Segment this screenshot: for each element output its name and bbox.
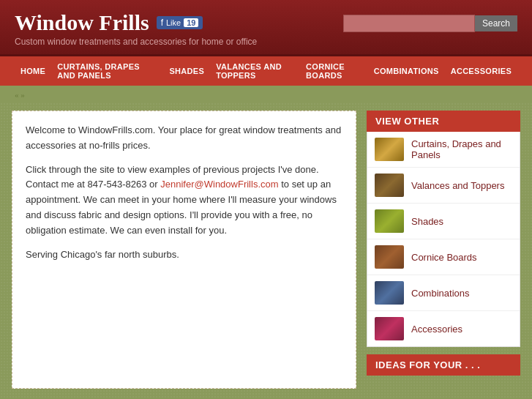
facebook-badge[interactable]: f Like 19 [157, 16, 203, 29]
search-area: Search [343, 15, 517, 32]
site-header: Window Frills f Like 19 Custom window tr… [0, 0, 532, 56]
sidebar-item-accessories[interactable]: Accessories [367, 311, 520, 346]
sidebar-item-valances[interactable]: Valances and Toppers [367, 168, 520, 204]
sidebar-item-shades[interactable]: Shades [367, 204, 520, 239]
search-input[interactable] [343, 15, 475, 32]
nav-shades[interactable]: SHADES [163, 61, 210, 81]
serving-paragraph: Serving Chicago's far north suburbs. [26, 247, 342, 263]
breadcrumb-bar: « » [0, 86, 532, 103]
intro-text: Welcome to WindowFrills.com. Your place … [26, 124, 341, 151]
main-wrapper: Welcome to WindowFrills.com. Your place … [0, 103, 532, 396]
cornice-thumbnail-img [375, 245, 404, 269]
search-button[interactable]: Search [475, 15, 517, 31]
accessories-thumbnail-img [375, 317, 404, 340]
nav-valances[interactable]: VALANCES AND TOPPERS [210, 56, 300, 86]
thumb-shades [375, 209, 404, 233]
nav-home[interactable]: HOME [15, 61, 51, 81]
shades-thumbnail-img [375, 209, 404, 233]
curtains-label: Curtains, Drapes and Panels [411, 138, 512, 160]
breadcrumb: « » [15, 90, 25, 99]
intro-paragraph: Welcome to WindowFrills.com. Your place … [26, 123, 342, 154]
nav-accessories[interactable]: ACCESSORIES [445, 61, 517, 81]
sidebar-item-cornice[interactable]: Cornice Boards [367, 239, 520, 275]
logo-area: Window Frills f Like 19 Custom window tr… [15, 10, 257, 47]
contact-email[interactable]: Jennifer@WindowFrills.com [160, 179, 278, 190]
view-other-title: VIEW OTHER [367, 111, 520, 132]
sidebar: VIEW OTHER Curtains, Drapes and Panels V… [367, 111, 520, 389]
site-name: Window Frills [15, 10, 149, 35]
thumb-cornice [375, 245, 404, 269]
curtains-thumbnail-img [375, 138, 404, 161]
nav-bar: HOME CURTAINS, DRAPES AND PANELS SHADES … [0, 56, 532, 86]
thumb-combinations [375, 281, 404, 305]
thumb-accessories [375, 317, 404, 340]
nav-cornice[interactable]: CORNICE BOARDS [300, 56, 368, 86]
sidebar-item-curtains[interactable]: Curtains, Drapes and Panels [367, 132, 520, 168]
site-title: Window Frills f Like 19 [15, 10, 257, 35]
combinations-thumbnail-img [375, 281, 404, 305]
accessories-label: Accessories [411, 324, 462, 335]
sidebar-items: Curtains, Drapes and Panels Valances and… [367, 132, 520, 347]
fb-count: 19 [184, 18, 198, 27]
cornice-label: Cornice Boards [411, 252, 477, 263]
facebook-icon: f [161, 18, 163, 28]
serving-text: Serving Chicago's far north suburbs. [26, 249, 179, 260]
thumb-valances [375, 174, 404, 197]
shades-label: Shades [411, 216, 443, 227]
thumb-curtains [375, 138, 404, 161]
valances-thumbnail-img [375, 174, 404, 197]
sidebar-item-combinations[interactable]: Combinations [367, 275, 520, 311]
valances-label: Valances and Toppers [411, 180, 504, 191]
ideas-title: IDEAS FOR YOUR . . . [367, 354, 520, 376]
fb-like-label: Like [166, 18, 181, 27]
contact-paragraph: Click through the site to view examples … [26, 163, 342, 239]
site-tagline: Custom window treatments and accessories… [15, 37, 257, 47]
content-area: Welcome to WindowFrills.com. Your place … [12, 111, 356, 389]
nav-curtains[interactable]: CURTAINS, DRAPES AND PANELS [51, 56, 163, 86]
nav-combinations[interactable]: COMBINATIONS [368, 61, 445, 81]
combinations-label: Combinations [411, 288, 470, 299]
